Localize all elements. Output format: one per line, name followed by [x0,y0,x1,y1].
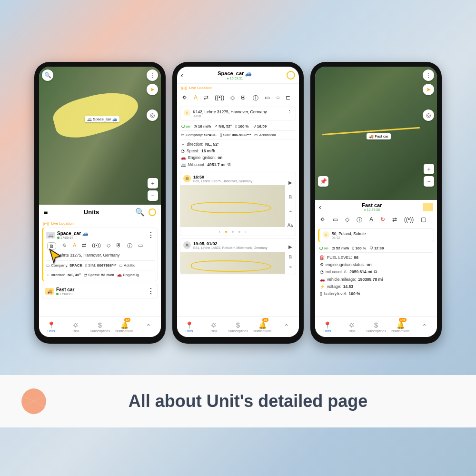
prev-icon[interactable]: ‹ [219,229,220,234]
card-icon[interactable]: ▭ [333,216,338,224]
map-unit-label[interactable]: 🚐 Space_car 🚙 [85,116,119,122]
nav-trips[interactable]: ⛭Trips [339,317,364,337]
nav-units[interactable]: 📍Units [177,317,201,337]
nav-trips[interactable]: ⛭Trips [201,317,226,337]
shield-icon[interactable]: ⛨ [116,242,121,250]
nav-subs[interactable]: $Subscriptions [364,317,388,337]
unit-card-fastcar[interactable]: 🚚 Fast car 17:00:19 ⋮ [42,284,158,298]
pointer-cursor-icon [47,248,63,264]
device-icon[interactable]: ▢ [421,216,426,224]
locate-icon[interactable]: ◎ [423,109,434,121]
shield-icon[interactable]: ⛨ [241,94,247,102]
nav-subs[interactable]: $Subscriptions [226,317,250,337]
page-title: Fast car [321,202,423,208]
units-sheet: ≡ Units 🔍 ((•))Live Location 🚐 Space_car… [39,205,161,316]
engine-icon: ⛭ [184,109,190,116]
gps-icon[interactable]: A [73,242,76,250]
signal-icon[interactable]: ((•)) [92,242,101,250]
info-icon[interactable]: ⓘ [127,242,132,250]
address-text: 50, Poland, Sokule [332,231,366,236]
search-icon[interactable]: 🔍 [42,69,53,81]
trip-icon: ⛭ [183,241,191,249]
filter-icon[interactable] [149,208,156,216]
signal-icon[interactable]: ((•)) [215,94,224,102]
page-subtime: ● 12:39:56 [321,208,423,211]
more-icon[interactable]: ⋮ [287,109,292,116]
signal-icon[interactable]: ((•)) [404,216,414,224]
nav-more[interactable]: ⌃ [275,317,299,337]
ring-icon[interactable] [287,71,295,79]
trip-address: E51, Linthe 14822, Potsdam-Mittelmark, G… [193,246,268,249]
pin-icon[interactable]: 📌 [318,176,328,187]
more-icon[interactable]: ⋮ [147,287,155,296]
info-banner: All about Unit's detailed page [0,375,476,427]
bottom-nav: 📍Units ⛭Trips $Subscriptions 🔔16Notifica… [177,316,299,337]
nav-subs[interactable]: $Subscriptions [88,317,112,337]
engine-icon[interactable]: ⛭ [182,94,188,102]
geo-icon[interactable]: ◇ [345,216,349,224]
copy-icon[interactable]: ⎘ [289,254,292,259]
tool-strip[interactable]: ⛭ ▭ ◇ ⓘ A ↻ ⇄ ((•)) ▢ [315,214,437,227]
unit-avatar-icon: 🚚 [45,288,54,295]
nav-notif[interactable]: 🔔17Notifications [112,317,137,337]
info-icon[interactable]: ⓘ [357,216,362,224]
trip-address: B65, Lehrte 31275, Hannover, Germany [193,179,252,183]
copy-icon[interactable]: ⎘ [289,194,292,199]
nav-notif[interactable]: 🔔145Notifications [388,317,413,337]
route-icon[interactable]: ⇄ [204,94,208,102]
trip-card-2[interactable]: ⛭ 19:05, 01/02 E51, Linthe 14822, Potsda… [180,238,296,275]
trip-pager[interactable]: ‹ › [180,228,285,236]
zoom-in-icon[interactable]: ＋ [148,178,158,188]
gps-icon[interactable]: A [369,216,373,224]
nav-more[interactable]: ⌃ [137,317,161,337]
search-icon[interactable]: 🔍 [135,208,145,217]
trip-map[interactable] [180,252,285,274]
tool-strip[interactable]: ⛭ A ⇄ ((•)) ◇ ⛨ ⓘ ▭ ○ ⊏ [177,92,299,105]
route-icon[interactable]: ⇄ [82,242,86,250]
play-icon[interactable]: ▶ [288,180,292,185]
nav-more[interactable]: ⌃ [413,317,437,337]
more-icon[interactable]: ⋮ [147,69,158,81]
compass-icon[interactable]: ➤ [423,84,434,95]
wave-icon[interactable]: ⌁ [289,208,292,214]
route-icon[interactable]: ⇄ [392,216,397,224]
card-icon[interactable]: ▭ [138,242,143,250]
current-location: ⛭ 50, Poland, Sokule 01:12 [318,228,434,242]
map-unit-label[interactable]: 🚚 Fast car [367,133,391,139]
engine-icon[interactable]: ⛭ [320,216,326,224]
zoom-out-icon[interactable]: − [148,190,158,201]
menu-icon[interactable]: ≡ [44,208,48,216]
extra-icon[interactable]: ⊏ [286,94,290,102]
detail-lines: ↔ direction: NE, 52° ◔ Speed: 16 mi/h 🚗 … [177,139,299,169]
unit-time: 17:00:19 [56,292,74,296]
circle-icon[interactable]: ○ [276,94,279,102]
back-icon[interactable]: ‹ [181,71,183,79]
gps-icon[interactable]: A [194,94,198,102]
font-icon[interactable]: Aᴀ [288,223,294,228]
next-icon[interactable]: › [245,229,247,234]
zoom-out-icon[interactable]: − [424,176,434,187]
unit-card-spacecar[interactable]: 🚐 Space_car 🚙 17:00:15 ⋮ 🗎 ⛭ A ⇄ ((•)) [42,228,158,281]
locate-icon[interactable]: ◎ [147,109,158,121]
unit-name: Space_car 🚙 [57,231,88,236]
trip-map[interactable] [180,185,285,227]
trip-card-1[interactable]: ⛭ 16:50 B65, Lehrte 31275, Hannover, Ger… [180,172,296,236]
info-icon[interactable]: ⓘ [253,94,258,102]
map-area[interactable]: ⋮ ➤ ◎ ＋ − 📌 🚚 Fast car [315,67,437,200]
more-icon[interactable]: ⋮ [147,230,155,239]
more-icon[interactable]: ⋮ [423,69,434,81]
card-icon[interactable]: ▭ [265,94,270,102]
wave-icon[interactable]: ⌁ [289,264,292,269]
phone-1: 🔍 ⋮ ➤ ◎ ＋ − 🚐 Space_car 🚙 ≡ Units 🔍 ((•) [34,62,166,344]
geo-icon[interactable]: ◇ [230,94,235,102]
play-icon[interactable]: ▶ [288,244,292,249]
zoom-in-icon[interactable]: ＋ [424,164,434,174]
nav-units[interactable]: 📍Units [39,317,63,337]
map-area[interactable]: 🔍 ⋮ ➤ ◎ ＋ − 🚐 Space_car 🚙 [39,67,161,205]
nav-trips[interactable]: ⛭Trips [63,317,88,337]
nav-notif[interactable]: 🔔16Notifications [250,317,275,337]
refresh-icon[interactable]: ↻ [380,216,385,224]
compass-icon[interactable]: ➤ [147,84,158,95]
geo-icon[interactable]: ◇ [107,242,110,250]
nav-units[interactable]: 📍Units [315,317,339,337]
